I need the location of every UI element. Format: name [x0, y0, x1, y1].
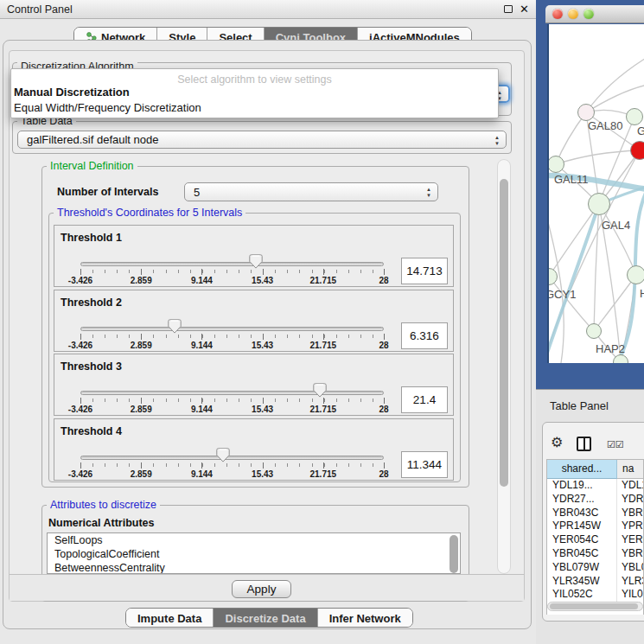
threshold-slider-thumb[interactable]: [216, 448, 230, 462]
algorithm-option-equal-width-frequency-discretization[interactable]: Equal Width/Frequency Discretization: [13, 101, 490, 114]
zoom-traffic-light-icon[interactable]: [583, 9, 594, 19]
number-of-intervals-combobox[interactable]: 5 ▲▼: [184, 182, 438, 201]
threshold-value-field[interactable]: 6.316: [401, 322, 448, 349]
cell-name[interactable]: YDL1: [617, 479, 643, 493]
cell-shared-name[interactable]: YBR045C: [547, 547, 617, 561]
threshold-slider-thumb[interactable]: [168, 319, 182, 334]
threshold-slider-track[interactable]: [80, 327, 384, 331]
attribute-item-topologicalcoefficient[interactable]: TopologicalCoefficient: [48, 547, 460, 561]
cell-shared-name[interactable]: YIL052C: [547, 588, 617, 602]
network-node-gal11[interactable]: [547, 156, 564, 173]
major-tick: [141, 269, 142, 275]
gear-icon[interactable]: ⚙: [551, 436, 563, 450]
table-hscrollbar-track[interactable]: [547, 602, 643, 611]
table-row[interactable]: YDL19...YDL1: [547, 479, 643, 493]
bottom-tab-impute-data[interactable]: Impute Data: [126, 609, 213, 627]
attributes-legend: Attributes to discretize: [47, 499, 160, 511]
attribute-item-selfloops[interactable]: SelfLoops: [48, 533, 460, 547]
network-node-ga[interactable]: [626, 108, 643, 125]
cell-shared-name[interactable]: YER054C: [547, 533, 617, 547]
cell-name[interactable]: YDR2: [617, 493, 643, 507]
number-of-intervals-label: Number of Intervals: [57, 186, 158, 198]
attribute-item-betweennesscentrality[interactable]: BetweennessCentrality: [48, 561, 460, 574]
minimize-traffic-light-icon[interactable]: [568, 9, 578, 19]
cell-shared-name[interactable]: YLR345W: [547, 575, 617, 589]
screen: Control Panel ✕ NetworkStyleSelectCyni T…: [0, 0, 644, 644]
network-node-h[interactable]: [627, 265, 644, 284]
major-tick: [201, 334, 202, 340]
cell-name[interactable]: YBR0: [617, 547, 643, 561]
table-row[interactable]: YPR145WYPR1: [547, 520, 643, 533]
threshold-value-field[interactable]: 11.344: [401, 451, 448, 478]
cell-name[interactable]: YBL0: [617, 561, 643, 575]
cell-name[interactable]: YER0: [617, 533, 643, 547]
network-window-titlebar[interactable]: [545, 5, 644, 23]
major-tick: [141, 398, 142, 404]
threshold-label: Threshold 3: [61, 360, 122, 373]
table-row[interactable]: YLR345WYLR3: [547, 575, 643, 589]
major-tick: [384, 269, 385, 275]
cell-shared-name[interactable]: YPR145W: [547, 520, 617, 533]
table-row[interactable]: YBR045CYBR0: [547, 547, 643, 561]
tick-label: 9.144: [191, 341, 213, 350]
bottom-tab-infer-network[interactable]: Infer Network: [317, 609, 412, 627]
column-header-name[interactable]: na: [617, 460, 643, 479]
apply-button[interactable]: Apply: [232, 580, 291, 598]
major-tick: [263, 398, 264, 404]
network-node[interactable]: [630, 141, 644, 160]
threshold-slider-track[interactable]: [80, 456, 384, 460]
cell-name[interactable]: YLR3: [617, 575, 643, 589]
threshold-value-field[interactable]: 14.713: [401, 258, 448, 284]
close-traffic-light-icon[interactable]: [552, 9, 563, 19]
split-columns-icon[interactable]: [577, 437, 591, 451]
cell-shared-name[interactable]: YDL19...: [547, 479, 617, 493]
bottom-tab-discretize-data[interactable]: Discretize Data: [213, 609, 316, 627]
tick-label: 2.859: [131, 276, 152, 285]
tick-label: 21.715: [310, 276, 337, 285]
tick-label: 15.43: [252, 469, 273, 479]
network-node-hap2[interactable]: [586, 323, 602, 339]
column-header-shared-name[interactable]: shared...: [547, 460, 617, 479]
node-table[interactable]: shared... na YDL19...YDL1YDR27...YDR2YBR…: [546, 459, 644, 615]
network-node-gal4[interactable]: [588, 193, 610, 215]
tick-label: 15.43: [252, 276, 273, 285]
close-icon[interactable]: ✕: [520, 0, 529, 19]
minor-ticks: [80, 399, 385, 402]
table-row[interactable]: YIL052CYIL0: [547, 588, 643, 602]
cell-shared-name[interactable]: YDR27...: [547, 493, 617, 507]
cell-shared-name[interactable]: YBR043C: [547, 507, 617, 520]
attributes-scrollbar-thumb[interactable]: [450, 535, 458, 573]
numerical-attributes-label: Numerical Attributes: [48, 517, 154, 529]
minor-ticks: [80, 335, 385, 338]
algorithm-option-manual-discretization[interactable]: Manual Discretization: [13, 86, 490, 99]
numerical-attributes-list[interactable]: SelfLoopsTopologicalCoefficientBetweenne…: [47, 532, 461, 574]
table-header-row: shared... na: [547, 460, 643, 479]
table-row[interactable]: YBR043CYBR0: [547, 507, 643, 520]
tick-label: 15.43: [252, 341, 273, 350]
threshold-slider-thumb[interactable]: [249, 254, 263, 269]
cell-name[interactable]: YPR1: [617, 520, 643, 533]
table-row[interactable]: YER054CYER0: [547, 533, 643, 547]
float-icon[interactable]: [504, 5, 513, 13]
table-row[interactable]: YBL079WYBL0: [547, 561, 643, 575]
cell-shared-name[interactable]: YBL079W: [547, 561, 617, 575]
number-of-intervals-value: 5: [194, 186, 200, 199]
threshold-slider-track[interactable]: [80, 391, 384, 395]
table-data-combobox[interactable]: galFiltered.sif default node ▲▼: [17, 131, 507, 149]
threshold-value-field[interactable]: 21.4: [401, 386, 448, 413]
table-panel-title: Table Panel: [550, 399, 609, 412]
content-scrollbar-thumb[interactable]: [500, 179, 508, 487]
content-scrollbar-track[interactable]: [497, 159, 511, 574]
tick-label: 15.43: [252, 405, 273, 414]
checkbox-icons[interactable]: ☑☑: [607, 439, 624, 450]
network-node-gal80[interactable]: [577, 104, 595, 121]
tab-label: Infer Network: [329, 612, 401, 625]
threshold-slider-track[interactable]: [80, 262, 384, 266]
threshold-slider-thumb[interactable]: [313, 383, 327, 398]
network-canvas[interactable]: GAL80GAGAL11GAL4GCY1HHAP2: [547, 24, 644, 363]
cell-name[interactable]: YIL0: [617, 588, 643, 602]
table-row[interactable]: YDR27...YDR2: [547, 493, 643, 507]
major-tick: [263, 334, 264, 340]
table-hscrollbar-thumb[interactable]: [550, 603, 638, 609]
cell-name[interactable]: YBR0: [617, 507, 643, 520]
